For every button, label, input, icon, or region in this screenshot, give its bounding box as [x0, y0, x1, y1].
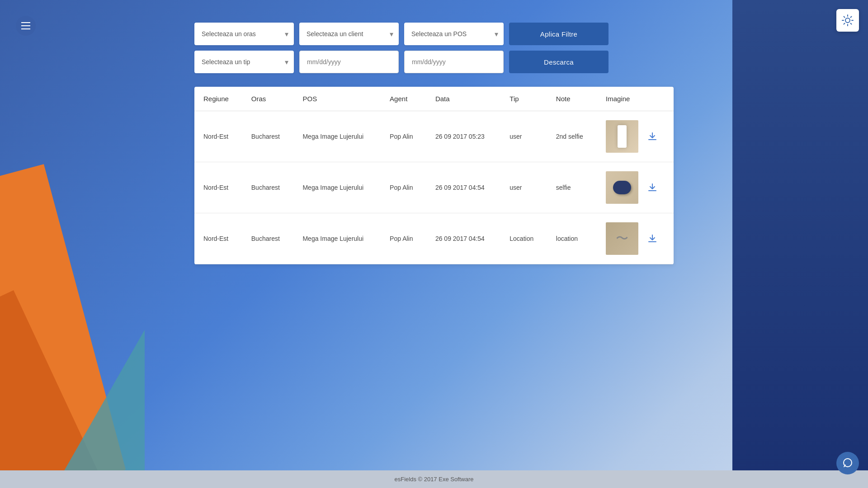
date-to-input[interactable] [404, 51, 504, 73]
cell-agent: Pop Alin [381, 111, 426, 162]
thumbnail-image [606, 222, 638, 255]
cell-regiune: Nord-Est [194, 213, 242, 264]
footer: esFields © 2017 Exe Software [0, 470, 868, 488]
client-select[interactable]: Selecteaza un client [299, 23, 399, 45]
col-header-data: Data [426, 87, 500, 111]
cell-data: 26 09 2017 04:54 [426, 213, 500, 264]
download-icon[interactable] [647, 183, 657, 192]
cell-note: 2nd selfie [547, 111, 597, 162]
col-header-imagine: Imagine [597, 87, 674, 111]
cell-tip: Location [500, 213, 547, 264]
cell-pos: Mega Image Lujerului [293, 213, 381, 264]
data-table: Regiune Oras POS Agent Data Tip Note Ima… [194, 87, 674, 264]
filter-bar: Selecteaza un oras Selecteaza un client … [194, 23, 674, 73]
download-button[interactable]: Descarca [509, 51, 609, 73]
cell-regiune: Nord-Est [194, 111, 242, 162]
cell-pos: Mega Image Lujerului [293, 162, 381, 213]
thumbnail-image [606, 120, 638, 153]
cell-data: 26 09 2017 04:54 [426, 162, 500, 213]
menu-button[interactable] [16, 16, 36, 36]
col-header-note: Note [547, 87, 597, 111]
col-header-oras: Oras [242, 87, 294, 111]
cell-pos: Mega Image Lujerului [293, 111, 381, 162]
city-select-wrapper: Selecteaza un oras [194, 23, 294, 45]
cell-tip: user [500, 162, 547, 213]
apply-filters-button[interactable]: Aplica Filtre [509, 23, 609, 45]
city-select[interactable]: Selecteaza un oras [194, 23, 294, 45]
cell-tip: user [500, 111, 547, 162]
filter-row-2: Selecteaza un tip Descarca [194, 51, 674, 73]
type-select[interactable]: Selecteaza un tip [194, 51, 294, 73]
main-content: Selecteaza un oras Selecteaza un client … [0, 0, 868, 488]
cell-oras: Bucharest [242, 111, 294, 162]
filter-row-1: Selecteaza un oras Selecteaza un client … [194, 23, 674, 45]
download-icon[interactable] [647, 234, 657, 244]
pos-select[interactable]: Selecteaza un POS [404, 23, 504, 45]
data-table-container: Regiune Oras POS Agent Data Tip Note Ima… [194, 87, 674, 264]
type-select-wrapper: Selecteaza un tip [194, 51, 294, 73]
cell-note: location [547, 213, 597, 264]
cell-imagine [597, 162, 674, 213]
table-body: Nord-Est Bucharest Mega Image Lujerului … [194, 111, 674, 264]
col-header-pos: POS [293, 87, 381, 111]
cell-oras: Bucharest [242, 213, 294, 264]
cell-regiune: Nord-Est [194, 162, 242, 213]
pos-select-wrapper: Selecteaza un POS [404, 23, 504, 45]
table-row: Nord-Est Bucharest Mega Image Lujerului … [194, 213, 674, 264]
table-row: Nord-Est Bucharest Mega Image Lujerului … [194, 111, 674, 162]
col-header-tip: Tip [500, 87, 547, 111]
cell-data: 26 09 2017 05:23 [426, 111, 500, 162]
cell-agent: Pop Alin [381, 162, 426, 213]
svg-point-0 [845, 18, 850, 23]
col-header-regiune: Regiune [194, 87, 242, 111]
cell-agent: Pop Alin [381, 213, 426, 264]
cell-oras: Bucharest [242, 162, 294, 213]
download-icon[interactable] [647, 131, 657, 141]
client-select-wrapper: Selecteaza un client [299, 23, 399, 45]
cell-note: selfie [547, 162, 597, 213]
thumbnail-image [606, 171, 638, 204]
cell-imagine [597, 213, 674, 264]
table-row: Nord-Est Bucharest Mega Image Lujerului … [194, 162, 674, 213]
chat-button[interactable] [836, 452, 859, 474]
cell-imagine [597, 111, 674, 162]
table-header: Regiune Oras POS Agent Data Tip Note Ima… [194, 87, 674, 111]
date-from-input[interactable] [299, 51, 399, 73]
settings-icon[interactable] [836, 9, 859, 32]
col-header-agent: Agent [381, 87, 426, 111]
